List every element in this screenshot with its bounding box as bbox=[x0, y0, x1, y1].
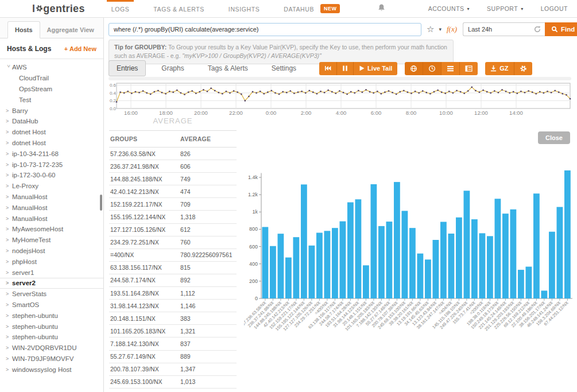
sidebar-item[interactable]: >AWS bbox=[0, 62, 103, 73]
sidebar-item[interactable]: >WIN-7D9JF9MOVFV bbox=[0, 354, 103, 364]
chevron-collapsed-icon[interactable]: > bbox=[6, 259, 12, 265]
chevron-collapsed-icon[interactable]: > bbox=[6, 205, 12, 211]
sidebar-item[interactable]: >server1 bbox=[0, 267, 103, 278]
table-row[interactable]: 152.159.221.17/NX709 bbox=[109, 198, 237, 211]
sidebar-item[interactable]: >server2 bbox=[0, 278, 103, 289]
list-view-button[interactable] bbox=[442, 62, 460, 75]
chevron-collapsed-icon[interactable]: > bbox=[6, 140, 12, 146]
sidebar-item[interactable]: >windowssyslog Host bbox=[0, 364, 103, 375]
download-gz-button[interactable]: GZ bbox=[485, 62, 514, 75]
sidebar-item[interactable]: >WIN-2VDQRBVR1DU bbox=[0, 343, 103, 354]
chevron-collapsed-icon[interactable]: > bbox=[6, 302, 12, 308]
nav-datahub[interactable]: DATAHUB bbox=[281, 0, 316, 18]
sidebar-item[interactable]: >phpHost bbox=[0, 256, 103, 267]
tab-hosts[interactable]: Hosts bbox=[7, 21, 40, 38]
chevron-collapsed-icon[interactable]: > bbox=[6, 324, 12, 329]
tab-settings[interactable]: Settings bbox=[264, 60, 304, 76]
query-input[interactable] bbox=[109, 23, 421, 36]
pause-button[interactable] bbox=[337, 62, 354, 75]
add-new-button[interactable]: + Add New bbox=[64, 45, 96, 52]
chevron-collapsed-icon[interactable]: > bbox=[6, 172, 12, 178]
table-row[interactable]: 63.138.156.117/NX815 bbox=[109, 261, 237, 274]
tab-aggregate-view[interactable]: Aggregate View bbox=[40, 22, 101, 38]
table-row[interactable]: 234.29.72.251/NX760 bbox=[109, 236, 237, 249]
chevron-collapsed-icon[interactable]: > bbox=[6, 183, 12, 189]
sidebar-item[interactable]: >MyAwesomeHost bbox=[0, 224, 103, 235]
logo[interactable]: l gentries bbox=[32, 3, 85, 15]
sidebar-item[interactable]: >ManualHost bbox=[0, 202, 103, 213]
chevron-collapsed-icon[interactable]: > bbox=[6, 367, 12, 372]
nav-logout[interactable]: LOGOUT bbox=[541, 5, 568, 12]
table-row[interactable]: 193.51.164.28/NX1,112 bbox=[109, 287, 237, 300]
nav-insights[interactable]: INSIGHTS bbox=[226, 0, 262, 18]
chevron-collapsed-icon[interactable]: > bbox=[6, 129, 12, 135]
chevron-collapsed-icon[interactable]: > bbox=[6, 151, 12, 157]
sidebar-item[interactable]: >stephen-ubuntu bbox=[0, 332, 103, 343]
sidebar-item[interactable]: >stephen-ubuntu bbox=[0, 321, 103, 332]
sidebar-item[interactable]: >dotnet Host bbox=[0, 138, 103, 149]
sidebar-item[interactable]: >DataHub bbox=[0, 116, 103, 127]
tab-tags-alerts[interactable]: Tags & Alerts bbox=[200, 60, 256, 76]
chevron-collapsed-icon[interactable]: > bbox=[6, 291, 12, 297]
table-row[interactable]: 236.37.241.98/NX606 bbox=[109, 160, 237, 173]
settings-gear-button[interactable] bbox=[514, 62, 532, 75]
chevron-collapsed-icon[interactable]: > bbox=[6, 194, 12, 200]
chevron-collapsed-icon[interactable]: > bbox=[6, 345, 12, 351]
chevron-collapsed-icon[interactable]: > bbox=[6, 237, 12, 243]
sidebar-item[interactable]: >SmartOS bbox=[0, 300, 103, 311]
tab-entries[interactable]: Entries bbox=[109, 60, 146, 76]
chevron-collapsed-icon[interactable]: > bbox=[6, 216, 12, 222]
time-range-input[interactable] bbox=[463, 26, 530, 33]
table-row[interactable]: 31.98.144.123/NX1,146 bbox=[109, 300, 237, 312]
clock-button[interactable] bbox=[423, 62, 442, 75]
chevron-collapsed-icon[interactable]: > bbox=[6, 162, 12, 168]
table-row[interactable]: =400/NX780.922256097561 bbox=[109, 249, 237, 261]
chevron-collapsed-icon[interactable]: > bbox=[6, 248, 12, 254]
close-button[interactable]: Close bbox=[538, 131, 570, 144]
rewind-button[interactable] bbox=[319, 62, 337, 75]
sidebar-item[interactable]: >Barry bbox=[0, 105, 103, 116]
chevron-collapsed-icon[interactable]: > bbox=[6, 313, 12, 319]
chevron-collapsed-icon[interactable]: > bbox=[6, 280, 12, 286]
notifications-bell-icon[interactable] bbox=[377, 3, 386, 14]
table-row[interactable]: 127.127.105.126/NX612 bbox=[109, 223, 237, 236]
table-row[interactable]: 245.69.153.100/NX1,013 bbox=[109, 375, 237, 388]
sidebar-item[interactable]: >stephen-ubuntu bbox=[0, 310, 103, 321]
table-row[interactable]: 39.38.20.161/NX815 bbox=[109, 388, 237, 392]
favorite-star-icon[interactable]: ☆ bbox=[427, 24, 434, 34]
chevron-collapsed-icon[interactable]: > bbox=[6, 226, 12, 232]
chevron-collapsed-icon[interactable]: > bbox=[6, 270, 12, 275]
sidebar-item[interactable]: CloudTrail bbox=[0, 73, 103, 84]
sidebar-item[interactable]: >ip-10-73-172-235 bbox=[0, 159, 103, 170]
table-row[interactable]: 144.88.245.188/NX749 bbox=[109, 173, 237, 185]
table-row[interactable]: 101.165.205.183/NX1,321 bbox=[109, 325, 237, 337]
sidebar-item[interactable]: >MyHomeTest bbox=[0, 235, 103, 246]
nav-logs[interactable]: LOGS bbox=[109, 0, 132, 18]
sidebar-item[interactable]: >ManualHost bbox=[0, 192, 103, 203]
table-row[interactable]: 244.58.7.174/NX892 bbox=[109, 274, 237, 286]
table-row[interactable]: 200.78.107.39/NX1,347 bbox=[109, 363, 237, 375]
nav-support[interactable]: SUPPORT ▾ bbox=[487, 5, 524, 12]
function-fx-button[interactable]: f(x) bbox=[447, 25, 457, 34]
query-history-caret-icon[interactable]: ▾ bbox=[439, 26, 442, 32]
refresh-button[interactable] bbox=[530, 23, 545, 36]
chevron-collapsed-icon[interactable]: > bbox=[6, 118, 12, 124]
find-button[interactable]: Find bbox=[545, 22, 577, 36]
chevron-expanded-icon[interactable]: > bbox=[6, 65, 11, 71]
sidebar-item[interactable]: >Le-Proxy bbox=[0, 181, 103, 192]
sidebar-scrollbar-thumb[interactable] bbox=[100, 195, 102, 211]
sidebar-item[interactable]: >nodejsHost bbox=[0, 246, 103, 257]
table-row[interactable]: 57.236.63.58/NX826 bbox=[109, 148, 237, 160]
table-row[interactable]: 155.195.122.144/NX1,318 bbox=[109, 211, 237, 223]
sidebar-item[interactable]: >ManualHost bbox=[0, 213, 103, 224]
sidebar-item[interactable]: >dotnet Host bbox=[0, 127, 103, 138]
sidebar-item[interactable]: OpsStream bbox=[0, 84, 103, 95]
chevron-collapsed-icon[interactable]: > bbox=[6, 356, 12, 362]
chevron-collapsed-icon[interactable]: > bbox=[6, 334, 12, 340]
nav-accounts[interactable]: ACCOUNTS ▾ bbox=[428, 5, 470, 12]
tab-graphs[interactable]: Graphs bbox=[153, 60, 192, 76]
sidebar-item[interactable]: Test bbox=[0, 94, 103, 105]
detail-view-button[interactable] bbox=[460, 62, 478, 75]
table-row[interactable]: 7.188.142.130/NX837 bbox=[109, 337, 237, 350]
sidebar-item[interactable]: >ip-10-34-211-68 bbox=[0, 148, 103, 159]
